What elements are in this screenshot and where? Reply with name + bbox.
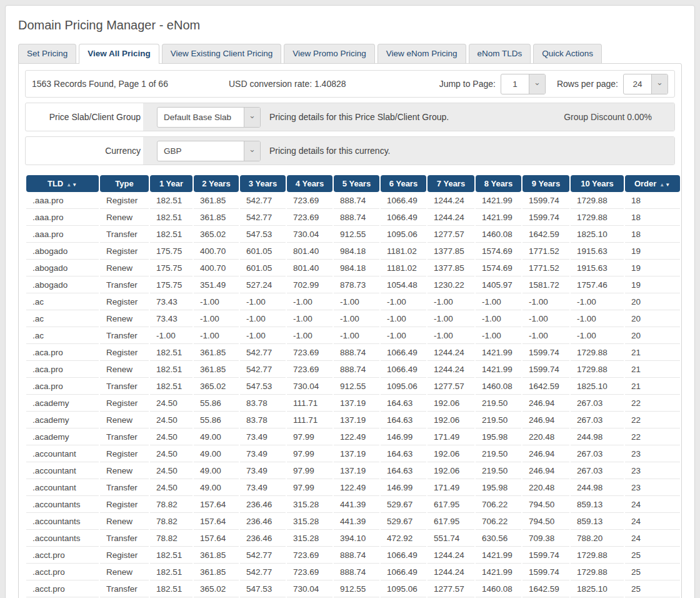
cell-type: Transfer: [100, 580, 149, 597]
column-header-y3[interactable]: 3 Years: [240, 175, 286, 192]
cell-y9: -1.00: [522, 310, 569, 327]
tab-set-pricing[interactable]: Set Pricing: [18, 44, 76, 63]
tab-view-promo-pricing[interactable]: View Promo Pricing: [284, 44, 375, 63]
column-header-label: 4 Years: [296, 179, 324, 188]
cell-y9: 1599.74: [522, 564, 569, 580]
column-header-y8[interactable]: 8 Years: [476, 175, 521, 192]
cell-y6: 1066.49: [381, 209, 426, 226]
column-header-label: 9 Years: [532, 179, 560, 188]
cell-tld: .acct.pro: [26, 547, 99, 564]
currency-select[interactable]: GBP ⌄: [157, 141, 261, 161]
cell-y5: 137.19: [334, 462, 379, 479]
cell-order: 20: [625, 327, 680, 344]
column-header-label: 2 Years: [202, 179, 230, 188]
cell-y4: 723.69: [287, 344, 332, 361]
cell-y5: 888.74: [334, 344, 379, 361]
tab-enom-tlds[interactable]: eNom TLDs: [469, 44, 531, 63]
cell-y5: 441.39: [334, 496, 379, 513]
table-row: .accountantRegister24.5049.0073.4997.991…: [26, 445, 680, 462]
cell-y2: 157.64: [194, 496, 239, 513]
cell-type: Renew: [100, 209, 149, 226]
tab-quick-actions[interactable]: Quick Actions: [533, 44, 602, 63]
cell-y3: 547.53: [240, 580, 286, 597]
cell-y5: 137.19: [334, 445, 379, 462]
cell-type: Renew: [100, 564, 149, 580]
column-header-y1[interactable]: 1 Year: [150, 175, 192, 192]
cell-y7: 1244.24: [428, 192, 474, 209]
cell-y1: 182.51: [150, 378, 192, 395]
cell-y6: 1066.49: [381, 192, 426, 209]
cell-y5: 912.55: [334, 378, 379, 395]
column-header-y5[interactable]: 5 Years: [334, 175, 379, 192]
cell-y10: 1729.88: [571, 209, 624, 226]
column-header-y4[interactable]: 4 Years: [287, 175, 332, 192]
cell-order: 21: [625, 378, 680, 395]
cell-y1: -1.00: [150, 327, 192, 344]
column-header-label: Type: [115, 179, 133, 188]
main-panel: Domain Pricing Manager - eNom Set Pricin…: [5, 5, 695, 598]
cell-y7: 1244.24: [428, 361, 474, 378]
column-header-y10[interactable]: 10 Years: [571, 175, 624, 192]
jump-to-page-value: 1: [501, 74, 529, 94]
cell-y3: 83.78: [240, 412, 286, 428]
cell-order: 20: [625, 310, 680, 327]
cell-y10: 267.03: [571, 412, 624, 428]
cell-y3: 73.49: [240, 428, 286, 445]
cell-tld: .academy: [26, 395, 99, 412]
cell-y6: -1.00: [381, 293, 426, 310]
cell-y10: -1.00: [571, 293, 624, 310]
cell-y2: 361.85: [194, 192, 239, 209]
cell-type: Transfer: [100, 378, 149, 395]
chevron-down-icon: ⌄: [529, 74, 545, 94]
rows-per-page-select[interactable]: 24 ⌄: [623, 74, 668, 94]
cell-type: Renew: [100, 260, 149, 276]
group-discount-text: Group Discount 0.00%: [564, 112, 652, 122]
column-header-y9[interactable]: 9 Years: [522, 175, 569, 192]
cell-type: Renew: [100, 462, 149, 479]
cell-type: Register: [100, 395, 149, 412]
cell-tld: .aaa.pro: [26, 209, 99, 226]
cell-y1: 182.51: [150, 564, 192, 580]
cell-y1: 182.51: [150, 192, 192, 209]
cell-y8: -1.00: [476, 310, 521, 327]
cell-y8: 219.50: [476, 462, 521, 479]
column-header-y2[interactable]: 2 Years: [194, 175, 239, 192]
cell-y1: 182.51: [150, 361, 192, 378]
cell-order: 23: [625, 462, 680, 479]
tab-view-all-pricing[interactable]: View All Pricing: [79, 44, 159, 64]
tab-view-enom-pricing[interactable]: View eNom Pricing: [378, 44, 466, 63]
tab-view-existing-client-pricing[interactable]: View Existing Client Pricing: [162, 44, 281, 63]
cell-y9: 794.50: [522, 496, 569, 513]
column-header-label: 6 Years: [389, 179, 418, 188]
cell-y6: 164.63: [381, 462, 426, 479]
cell-y2: 365.02: [194, 580, 239, 597]
cell-y8: 1421.99: [476, 209, 521, 226]
column-header-y6[interactable]: 6 Years: [381, 175, 426, 192]
cell-y3: 542.77: [240, 192, 286, 209]
cell-y10: 1825.10: [571, 580, 624, 597]
column-header-y7[interactable]: 7 Years: [428, 175, 474, 192]
cell-y4: 723.69: [287, 547, 332, 564]
cell-y10: 267.03: [571, 445, 624, 462]
column-header-tld[interactable]: TLD▲▼: [26, 175, 99, 192]
column-header-type[interactable]: Type: [100, 175, 149, 192]
price-slab-select[interactable]: Default Base Slab ⌄: [157, 107, 261, 128]
cell-y10: 859.13: [571, 513, 624, 530]
cell-y9: 1642.59: [522, 378, 569, 395]
cell-tld: .accountants: [26, 530, 99, 547]
cell-y5: 137.19: [334, 412, 379, 428]
cell-y9: -1.00: [522, 327, 569, 344]
cell-y1: 175.75: [150, 260, 192, 276]
cell-y4: -1.00: [287, 327, 332, 344]
cell-y6: 1054.48: [381, 276, 426, 293]
cell-order: 23: [625, 445, 680, 462]
column-header-order[interactable]: Order▲▼: [625, 175, 680, 192]
column-header-label: 8 Years: [484, 179, 512, 188]
cell-y10: 244.98: [571, 479, 624, 496]
cell-tld: .abogado: [26, 276, 99, 293]
cell-y6: 164.63: [381, 412, 426, 428]
jump-to-page-select[interactable]: 1 ⌄: [501, 74, 546, 94]
cell-y6: 1095.06: [381, 226, 426, 243]
cell-y3: 73.49: [240, 462, 286, 479]
cell-y9: 1581.72: [522, 276, 569, 293]
